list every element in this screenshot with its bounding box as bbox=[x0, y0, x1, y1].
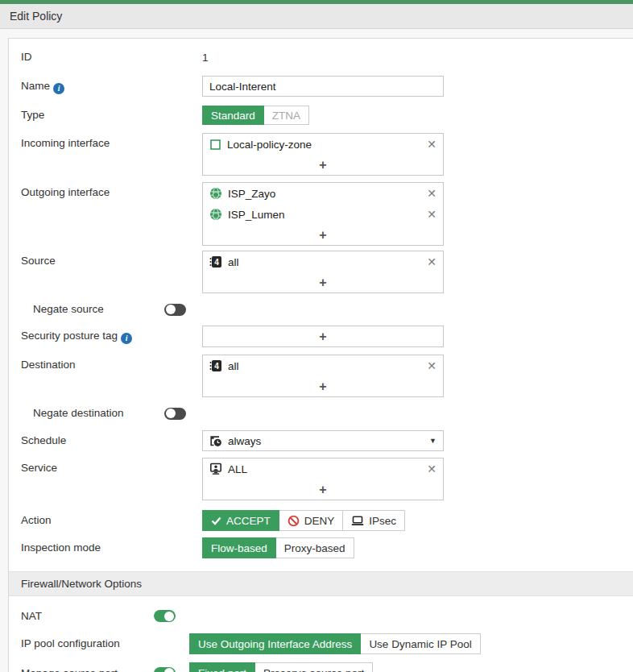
ipv4-address-icon: 4 bbox=[209, 359, 222, 372]
negate-destination-toggle[interactable] bbox=[164, 408, 186, 420]
ip-pool-label: IP pool configuration bbox=[21, 633, 154, 654]
nat-row: NAT bbox=[21, 610, 633, 622]
inspection-option-proxy[interactable]: Proxy-based bbox=[275, 537, 354, 558]
type-option-standard[interactable]: Standard bbox=[202, 106, 264, 125]
wan-interface-icon bbox=[209, 208, 222, 221]
add-entry-button[interactable]: + bbox=[203, 155, 443, 175]
info-icon[interactable]: i bbox=[53, 83, 64, 94]
action-row: Action ACCEPT DENY IPsec bbox=[21, 510, 633, 531]
info-icon[interactable]: i bbox=[121, 333, 132, 344]
id-label: ID bbox=[21, 50, 202, 64]
id-value: 1 bbox=[202, 50, 209, 65]
add-entry-button[interactable]: + bbox=[203, 225, 443, 245]
type-option-ztna[interactable]: ZTNA bbox=[263, 106, 309, 125]
selected-entry[interactable]: 4 all ✕ bbox=[203, 251, 443, 272]
remove-icon[interactable]: ✕ bbox=[427, 209, 436, 220]
type-row: Type Standard ZTNA bbox=[21, 106, 633, 125]
ip-pool-row: IP pool configuration Use Outgoing Inter… bbox=[21, 633, 633, 654]
check-icon bbox=[211, 516, 221, 525]
plus-icon: + bbox=[319, 276, 326, 289]
service-all-icon bbox=[209, 463, 222, 475]
chevron-down-icon: ▼ bbox=[429, 437, 436, 445]
manage-source-port-row: Manage source port Fixed port Preserve s… bbox=[21, 662, 633, 672]
schedule-row: Schedule always ▼ bbox=[21, 430, 633, 451]
entry-name: ISP_Lumen bbox=[228, 209, 285, 221]
service-row: Service ALL ✕ + bbox=[21, 458, 633, 500]
entry-name: ALL bbox=[228, 463, 247, 475]
remove-icon[interactable]: ✕ bbox=[427, 360, 436, 371]
outgoing-interface-box: ISP_Zayo ✕ ISP_Lumen ✕ + bbox=[202, 182, 444, 246]
plus-icon: + bbox=[319, 229, 326, 242]
svg-text:4: 4 bbox=[214, 362, 219, 371]
entry-name: all bbox=[228, 256, 239, 268]
action-segmented-control: ACCEPT DENY IPsec bbox=[202, 510, 405, 531]
inspection-option-flow[interactable]: Flow-based bbox=[202, 537, 276, 558]
inspection-mode-label: Inspection mode bbox=[21, 537, 202, 558]
source-port-option-fixed[interactable]: Fixed port bbox=[189, 662, 255, 672]
action-label: Action bbox=[21, 510, 202, 531]
remove-icon[interactable]: ✕ bbox=[427, 139, 436, 150]
ip-pool-segmented-control: Use Outgoing Interface Address Use Dynam… bbox=[189, 633, 481, 654]
action-option-deny[interactable]: DENY bbox=[279, 510, 344, 531]
plus-icon: + bbox=[319, 380, 326, 393]
schedule-dropdown[interactable]: always ▼ bbox=[202, 430, 444, 451]
type-label: Type bbox=[21, 106, 202, 125]
svg-text:4: 4 bbox=[214, 258, 219, 267]
outgoing-interface-row: Outgoing interface ISP_Zayo ✕ ISP_Lumen … bbox=[21, 182, 633, 246]
recurring-schedule-icon bbox=[209, 434, 222, 447]
action-option-ipsec[interactable]: IPsec bbox=[342, 510, 405, 531]
security-posture-tag-row: Security posture tagi + bbox=[21, 326, 633, 347]
nat-toggle[interactable] bbox=[154, 610, 176, 622]
plus-icon: + bbox=[319, 159, 326, 172]
ip-pool-option-dynamic[interactable]: Use Dynamic IP Pool bbox=[360, 633, 480, 654]
manage-source-port-toggle[interactable] bbox=[154, 667, 176, 672]
service-box: ALL ✕ + bbox=[202, 458, 444, 500]
ipv4-address-icon: 4 bbox=[209, 255, 222, 268]
source-label: Source bbox=[21, 251, 202, 272]
entry-name: ISP_Zayo bbox=[228, 188, 275, 200]
negate-source-toggle[interactable] bbox=[164, 304, 186, 316]
negate-source-label: Negate source bbox=[21, 303, 164, 316]
selected-entry[interactable]: ISP_Lumen ✕ bbox=[203, 204, 443, 225]
destination-box: 4 all ✕ + bbox=[202, 355, 444, 397]
manage-source-port-toggle-wrap bbox=[154, 667, 189, 672]
plus-icon: + bbox=[319, 330, 326, 343]
source-row: Source 4 all ✕ + bbox=[21, 251, 633, 293]
laptop-icon bbox=[351, 516, 364, 526]
selected-entry[interactable]: Local-policy-zone ✕ bbox=[203, 134, 443, 155]
add-entry-button[interactable]: + bbox=[203, 326, 443, 346]
nat-label: NAT bbox=[21, 610, 154, 622]
negate-destination-row: Negate destination bbox=[21, 407, 633, 420]
add-entry-button[interactable]: + bbox=[203, 376, 443, 396]
edit-policy-panel: ID 1 Namei Type Standard ZTNA Incoming i… bbox=[8, 38, 633, 672]
source-box: 4 all ✕ + bbox=[202, 251, 444, 293]
selected-entry[interactable]: ALL ✕ bbox=[203, 458, 443, 479]
plus-icon: + bbox=[319, 483, 326, 496]
remove-icon[interactable]: ✕ bbox=[427, 188, 436, 199]
source-port-segmented-control: Fixed port Preserve source port bbox=[189, 662, 373, 672]
ip-pool-option-outgoing[interactable]: Use Outgoing Interface Address bbox=[189, 633, 361, 654]
id-row: ID 1 bbox=[21, 50, 633, 65]
selected-entry[interactable]: ISP_Zayo ✕ bbox=[203, 183, 443, 204]
inspection-mode-row: Inspection mode Flow-based Proxy-based bbox=[21, 537, 633, 558]
name-input[interactable] bbox=[202, 76, 444, 97]
type-segmented-control: Standard ZTNA bbox=[202, 106, 309, 125]
selected-entry[interactable]: 4 all ✕ bbox=[203, 355, 443, 376]
manage-source-port-label: Manage source port bbox=[21, 667, 154, 672]
security-posture-tag-label: Security posture tagi bbox=[21, 326, 202, 346]
firewall-network-options-header: Firewall/Network Options bbox=[9, 571, 633, 596]
action-option-accept[interactable]: ACCEPT bbox=[202, 510, 279, 531]
add-entry-button[interactable]: + bbox=[203, 272, 443, 292]
entry-name: all bbox=[228, 360, 239, 372]
inspection-mode-segmented-control: Flow-based Proxy-based bbox=[202, 537, 354, 558]
name-label: Namei bbox=[21, 76, 202, 97]
incoming-interface-row: Incoming interface Local-policy-zone ✕ + bbox=[21, 133, 633, 176]
source-port-option-preserve[interactable]: Preserve source port bbox=[254, 662, 373, 672]
add-entry-button[interactable]: + bbox=[203, 479, 443, 500]
remove-icon[interactable]: ✕ bbox=[427, 256, 436, 268]
remove-icon[interactable]: ✕ bbox=[427, 463, 436, 475]
incoming-interface-box: Local-policy-zone ✕ + bbox=[202, 133, 444, 176]
deny-icon bbox=[288, 515, 300, 527]
entry-name: Local-policy-zone bbox=[227, 139, 312, 151]
page-title: Edit Policy bbox=[0, 4, 633, 29]
